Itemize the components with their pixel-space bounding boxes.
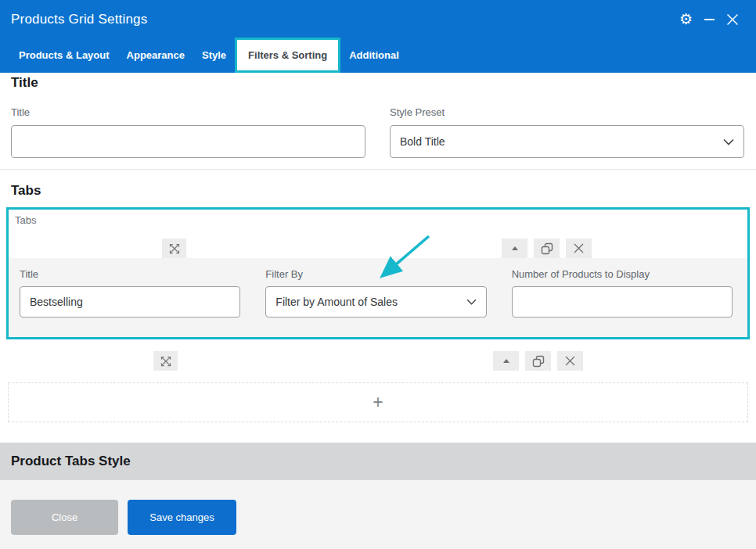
repeater-item-2-controls [0, 351, 756, 371]
collapse-item-button[interactable] [493, 351, 519, 371]
repeater-item-controls [9, 239, 747, 258]
tabs-section-heading: Tabs [11, 183, 756, 199]
tab-appearance[interactable]: Appearance [118, 38, 193, 73]
section-divider [0, 169, 756, 170]
close-button[interactable]: Close [11, 500, 118, 535]
duplicate-item-button[interactable] [534, 239, 560, 258]
delete-item-button[interactable] [557, 351, 583, 371]
style-preset-field: Style Preset Bold Title [390, 106, 744, 158]
move-icon [169, 243, 180, 254]
filter-by-select[interactable]: Filter by Amount of Sales [265, 286, 486, 318]
tab-additional[interactable]: Additional [340, 38, 408, 73]
item-count-input[interactable] [512, 286, 733, 318]
delete-x-icon [565, 356, 575, 366]
item-filter-by-label: Filter By [265, 268, 486, 280]
repeater-item-actions [502, 239, 592, 258]
style-preset-label: Style Preset [390, 106, 744, 118]
duplicate-item-button[interactable] [525, 351, 551, 371]
chevron-down-icon [466, 299, 477, 305]
item-title-label: Title [20, 268, 240, 280]
filter-by-value: Filter by Amount of Sales [275, 296, 398, 308]
tabs-group-label: Tabs [15, 214, 747, 226]
tab-products-layout[interactable]: Products & Layout [10, 38, 118, 73]
settings-tab-bar: Products & Layout Appearance Style Filte… [0, 38, 756, 73]
move-icon [160, 356, 171, 367]
item-title-input[interactable] [20, 286, 240, 318]
add-tab-item-button[interactable]: + [8, 382, 748, 422]
item-count-label: Number of Products to Display [512, 268, 733, 280]
repeater-item-fields: Title Filter By Filter by Amount of Sale… [9, 258, 747, 337]
title-field: Title [11, 106, 365, 158]
dialog-title: Products Grid Settings [11, 12, 147, 27]
item-filter-by-field: Filter By Filter by Amount of Sales [265, 268, 486, 337]
duplicate-icon [532, 355, 545, 368]
item-title-field: Title [20, 268, 240, 337]
repeater-item-2-actions [493, 351, 583, 371]
move-handle-button[interactable] [162, 239, 186, 258]
plus-icon: + [373, 392, 383, 413]
close-icon[interactable] [726, 13, 739, 26]
tab-filters-sorting[interactable]: Filters & Sorting [235, 38, 340, 73]
delete-x-icon [574, 243, 584, 253]
product-tabs-style-section-bar[interactable]: Product Tabs Style [0, 443, 756, 480]
duplicate-icon [541, 242, 553, 255]
dialog-footer: Close Save changes [0, 480, 756, 549]
delete-item-button[interactable] [566, 239, 592, 258]
tab-style[interactable]: Style [193, 38, 235, 73]
collapse-item-button[interactable] [502, 239, 527, 258]
products-grid-settings-dialog: Products Grid Settings ⚙ Products & Layo… [0, 0, 756, 549]
title-fields-row: Title Style Preset Bold Title [0, 106, 756, 158]
gear-icon[interactable]: ⚙ [679, 12, 693, 27]
title-input[interactable] [11, 125, 365, 158]
chevron-down-icon [723, 138, 734, 145]
title-field-label: Title [11, 106, 365, 118]
product-tabs-style-heading: Product Tabs Style [11, 454, 131, 469]
tabs-repeater-highlighted: Tabs [6, 207, 750, 339]
minimize-icon[interactable] [704, 19, 715, 20]
title-section-heading: Title [11, 75, 756, 91]
move-handle-button[interactable] [153, 351, 178, 371]
save-changes-button[interactable]: Save changes [128, 500, 236, 535]
filters-sorting-panel: Title Title Style Preset Bold Title Tabs… [0, 75, 756, 422]
style-preset-select[interactable]: Bold Title [390, 125, 744, 158]
dialog-header: Products Grid Settings ⚙ Products & Layo… [0, 0, 756, 73]
item-count-field: Number of Products to Display [512, 268, 733, 337]
caret-up-icon [512, 246, 518, 250]
header-actions: ⚙ [679, 12, 739, 27]
caret-up-icon [503, 359, 509, 363]
style-preset-value: Bold Title [400, 135, 445, 148]
